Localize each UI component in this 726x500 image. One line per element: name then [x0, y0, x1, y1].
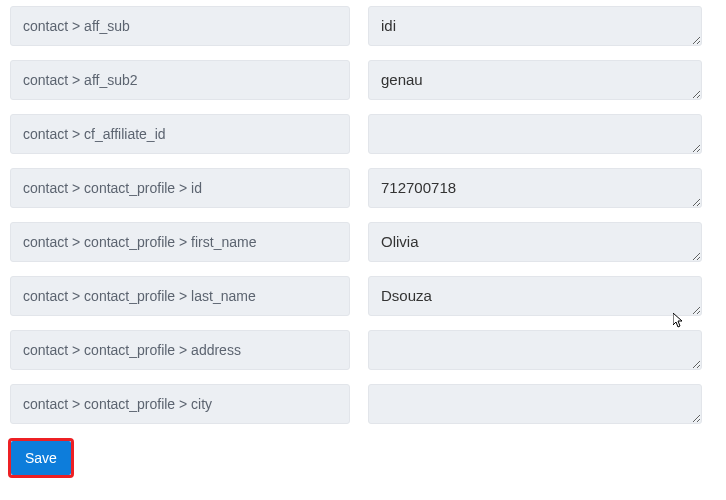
save-button-highlight: Save	[8, 438, 74, 478]
field-value-last-name[interactable]: Dsouza	[368, 276, 702, 316]
save-button[interactable]: Save	[11, 441, 71, 475]
fields-scroll-area[interactable]: idi genau 712700718 Olivia Dsouza	[0, 0, 712, 424]
field-label	[10, 168, 350, 208]
field-value-aff-sub2[interactable]: genau	[368, 60, 702, 100]
field-label	[10, 330, 350, 370]
field-value-profile-id[interactable]: 712700718	[368, 168, 702, 208]
field-label	[10, 384, 350, 424]
field-label	[10, 114, 350, 154]
field-label	[10, 276, 350, 316]
field-label	[10, 6, 350, 46]
field-label	[10, 222, 350, 262]
field-value-cf-affiliate-id[interactable]	[368, 114, 702, 154]
field-label	[10, 60, 350, 100]
field-value-aff-sub[interactable]: idi	[368, 6, 702, 46]
field-value-address[interactable]	[368, 330, 702, 370]
field-value-city[interactable]	[368, 384, 702, 424]
field-value-first-name[interactable]: Olivia	[368, 222, 702, 262]
